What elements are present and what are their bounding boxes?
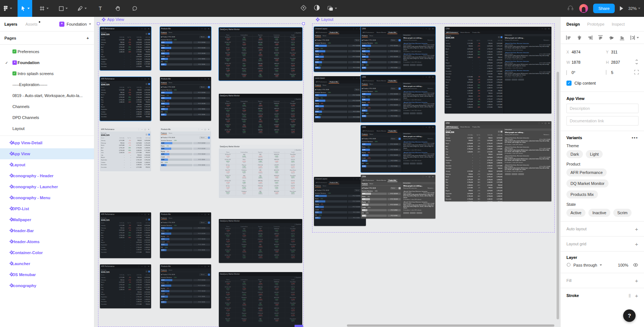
- page-item[interactable]: ✓Preferences: [0, 46, 94, 57]
- mix-tab[interactable]: News: [323, 84, 326, 87]
- mix-market-select[interactable]: Market ⌄: [390, 39, 398, 41]
- canvas-window-dq[interactable]: DataQuery Market Monitor▢ SparklineRates…: [219, 219, 302, 263]
- app-tab[interactable]: Product Mix: [471, 31, 481, 34]
- app-tab[interactable]: Product Mix: [387, 79, 397, 82]
- interaction-chip[interactable]: [505, 173, 511, 175]
- hand-tool-button[interactable]: [111, 0, 125, 17]
- frame-tool-button[interactable]: [37, 0, 51, 17]
- layer-item-container-color[interactable]: Container-Color: [0, 247, 94, 258]
- app-tab[interactable]: Products Mix: [329, 31, 339, 34]
- mix-grid-icon[interactable]: [208, 222, 210, 224]
- pen-tool-button[interactable]: [75, 0, 89, 17]
- component-variants-icon[interactable]: [327, 5, 337, 12]
- layer-item-dpd-list[interactable]: DPD-List: [0, 203, 94, 214]
- page-item[interactable]: Layout: [0, 123, 94, 134]
- window-controls[interactable]: ⋮ – ▢ ✕: [422, 28, 434, 30]
- interaction-chip[interactable]: [518, 79, 524, 81]
- align-bottom-icon[interactable]: [619, 35, 625, 41]
- app-tab[interactable]: AFR Performance: [362, 79, 375, 82]
- app-tab[interactable]: Market Monitor: [375, 130, 387, 133]
- interaction-chip[interactable]: [512, 79, 517, 81]
- interaction-chip[interactable]: [410, 163, 416, 164]
- mix-tab[interactable]: News: [370, 183, 373, 185]
- library-selector[interactable]: * Foundation: [59, 22, 91, 27]
- app-tab[interactable]: Market Monitor: [459, 31, 471, 34]
- mix-tab[interactable]: News: [169, 217, 172, 220]
- canvas-window-crmafr[interactable]: CRM⋮ – ▢ ✕AFR PerformanceMarket MonitorP…: [445, 27, 551, 114]
- blend-mode-select[interactable]: Pass through: [573, 263, 597, 267]
- add-layout-grid-button[interactable]: +: [635, 241, 638, 247]
- mix-market-select[interactable]: Market ⌄: [199, 222, 207, 224]
- shape-tool-button[interactable]: [56, 0, 70, 17]
- variant-pill-inactive[interactable]: Inactive: [588, 209, 610, 217]
- mix-tab[interactable]: Products: [362, 35, 368, 37]
- mix-market-select[interactable]: Market ⌄: [199, 36, 207, 38]
- mix-market-select[interactable]: Market ⌄: [390, 187, 398, 189]
- rotation-value[interactable]: 0°: [572, 70, 598, 75]
- help-button[interactable]: ?: [623, 309, 636, 322]
- window-controls[interactable]: ⋮ – ▢ ✕: [422, 76, 434, 78]
- horizontal-scrollbar[interactable]: [347, 324, 554, 327]
- mix-grid-icon[interactable]: [208, 137, 210, 139]
- constrain-proportions-icon[interactable]: [634, 59, 639, 66]
- layer-item-app-view[interactable]: App View: [0, 148, 94, 159]
- app-tab[interactable]: AFR Performance: [315, 181, 328, 184]
- window-controls[interactable]: ⋮ – ▢ ✕: [138, 265, 150, 267]
- layer-item-os-menubar[interactable]: OS Menubar: [0, 269, 94, 280]
- zoom-control[interactable]: 32%: [628, 6, 640, 11]
- app-tab[interactable]: Product Mix: [387, 130, 397, 133]
- app-tab[interactable]: Market Monitor: [459, 126, 471, 129]
- opacity-value[interactable]: 100%: [618, 263, 628, 267]
- app-tab[interactable]: AFR Performance: [445, 31, 459, 34]
- canvas-window-mix[interactable]: Products Mix⋮ – ▢ ✕ProductsNews■ Product…: [160, 127, 211, 171]
- window-controls[interactable]: ⋮ – ▢ ✕: [538, 122, 550, 124]
- canvas-window-lmix[interactable]: Unsaved Layout⋮ – ▢ ✕AFR PerformanceProd…: [314, 27, 366, 72]
- canvas-window-mix[interactable]: Products Mix⋮ – ▢ ✕ProductsNews■ Product…: [160, 27, 211, 70]
- page-item[interactable]: 0819 - Auto-start, Workspace, Auto-la...: [0, 90, 94, 101]
- window-controls[interactable]: ⋮ – ▢ ✕: [138, 213, 150, 215]
- canvas-window-afr[interactable]: AFR Performance⋮ – ▢ ✕My Daily$366,526Mo…: [100, 212, 151, 258]
- canvas-window-afr[interactable]: AFR Performance⋮ – ▢ ✕My Daily$366,526Mo…: [100, 77, 151, 121]
- share-button[interactable]: Share: [593, 4, 615, 13]
- mix-market-select[interactable]: Market ⌄: [390, 138, 398, 140]
- layer-item-wallpaper[interactable]: Wallpaper: [0, 214, 94, 225]
- move-tool-button[interactable]: [18, 0, 32, 17]
- mix-tab[interactable]: News: [169, 82, 172, 84]
- mix-market-select[interactable]: Market ⌄: [199, 274, 207, 276]
- canvas-window-dq[interactable]: DataQuery Market Monitor▢ SparklineRates…: [219, 94, 302, 138]
- mix-tab[interactable]: Products: [161, 217, 167, 220]
- variant-pill-dark[interactable]: Dark: [566, 150, 583, 158]
- tab-design[interactable]: Design: [566, 22, 580, 26]
- app-tab[interactable]: Product Mix: [387, 179, 397, 182]
- variant-pill-products-mix[interactable]: Products Mix: [566, 190, 598, 198]
- y-value[interactable]: 311: [611, 50, 637, 54]
- window-controls[interactable]: ⋮ – ▢ ✕: [198, 28, 210, 30]
- description-input[interactable]: [566, 104, 639, 113]
- mix-market-select[interactable]: Market ⌄: [390, 88, 398, 90]
- app-tab[interactable]: AFR Performance: [315, 31, 328, 34]
- canvas-window-crmmix[interactable]: CRM⋮ – ▢ ✕AFR PerformanceMarket MonitorP…: [361, 27, 435, 72]
- mix-tab[interactable]: Products: [362, 183, 368, 185]
- app-tab[interactable]: AFR Performance: [315, 81, 328, 83]
- interaction-chip[interactable]: [403, 212, 409, 214]
- app-tab[interactable]: AFR Performance: [362, 179, 375, 182]
- mix-tab[interactable]: Products: [315, 84, 321, 87]
- add-fill-button[interactable]: +: [635, 278, 638, 284]
- mix-grid-icon[interactable]: [398, 39, 401, 41]
- mix-tab[interactable]: Products: [315, 35, 321, 37]
- add-page-button[interactable]: +: [87, 36, 89, 40]
- window-controls[interactable]: ⋮ – ▢ ✕: [538, 28, 550, 30]
- interaction-chip[interactable]: [410, 112, 416, 114]
- corner-radius-value[interactable]: 5: [611, 70, 637, 75]
- mix-tab[interactable]: News: [370, 83, 373, 86]
- variants-options-icon[interactable]: •••: [632, 135, 638, 140]
- canvas-window-dq[interactable]: DataQuery Market Monitor▢ SparklineRates…: [219, 272, 302, 327]
- canvas-window-lmix[interactable]: Lorem Ipsum⋮ – ▢ ✕AFR PerformanceProduct…: [314, 76, 366, 122]
- layer-item-iconography-menu[interactable]: Iconography - Menu: [0, 192, 94, 203]
- app-tab[interactable]: Market Monitor: [375, 179, 387, 182]
- interaction-chip[interactable]: [403, 112, 409, 114]
- interaction-chip[interactable]: [518, 173, 524, 175]
- align-v-center-icon[interactable]: [609, 35, 614, 41]
- variant-pill-afr-performance[interactable]: AFR Performance: [566, 168, 607, 176]
- app-tab[interactable]: AFR Performance: [362, 31, 375, 34]
